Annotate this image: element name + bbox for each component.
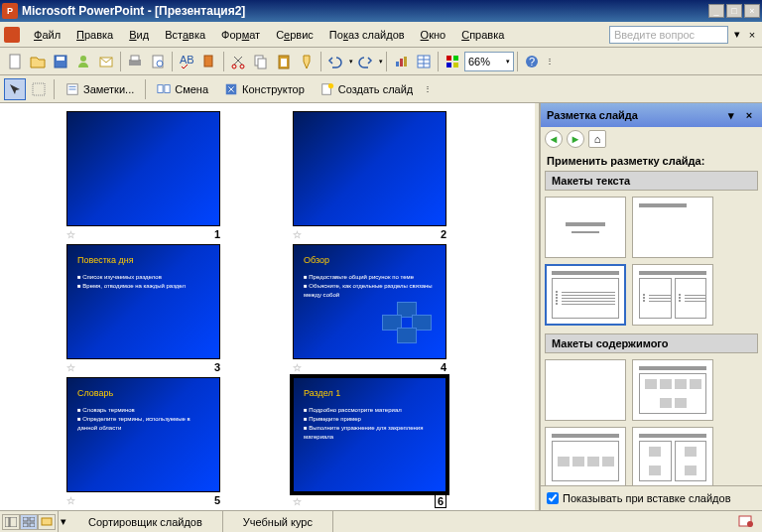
svg-rect-27 bbox=[453, 63, 458, 67]
research-button[interactable] bbox=[198, 51, 220, 72]
nav-back-button[interactable]: ◄ bbox=[545, 130, 563, 148]
svg-rect-2 bbox=[57, 57, 64, 61]
print-button[interactable] bbox=[124, 51, 146, 72]
preview-button[interactable] bbox=[147, 51, 169, 72]
table-button[interactable] bbox=[413, 51, 435, 72]
animation-icon: ☆ bbox=[66, 362, 75, 373]
svg-text:?: ? bbox=[529, 56, 535, 67]
chart-button[interactable] bbox=[390, 51, 412, 72]
arrow-button[interactable] bbox=[4, 78, 26, 100]
slide-number: 5 bbox=[214, 494, 220, 506]
format-painter-button[interactable] bbox=[296, 51, 318, 72]
layout-two-content-2[interactable] bbox=[632, 427, 713, 485]
title-bar: P Microsoft PowerPoint - [Презентация2] … bbox=[0, 0, 762, 22]
email-button[interactable] bbox=[95, 51, 117, 72]
layout-content-2[interactable] bbox=[545, 427, 626, 485]
animation-icon: ☆ bbox=[293, 229, 302, 240]
slide-thumbnail-3[interactable]: Повестка дня ■ Список изучаемых разделов… bbox=[66, 244, 220, 359]
cut-button[interactable] bbox=[227, 51, 249, 72]
layout-scroll-area[interactable]: Макеты текста bbox=[541, 171, 762, 485]
menu-tools[interactable]: Сервис bbox=[268, 26, 321, 44]
select-all-button[interactable] bbox=[28, 78, 50, 100]
app-icon: P bbox=[2, 3, 18, 19]
section-content-layouts: Макеты содержимого bbox=[545, 333, 758, 353]
question-dropdown[interactable]: ▾ bbox=[732, 28, 742, 41]
svg-point-47 bbox=[747, 521, 753, 527]
paste-button[interactable] bbox=[273, 51, 295, 72]
menu-edit[interactable]: Правка bbox=[68, 26, 121, 44]
svg-rect-25 bbox=[453, 56, 458, 61]
language-indicator[interactable] bbox=[730, 514, 762, 530]
minimize-button[interactable]: _ bbox=[708, 4, 724, 18]
taskpane-nav: ◄ ► ⌂ bbox=[541, 127, 762, 151]
taskpane-menu-button[interactable]: ▾ bbox=[724, 108, 738, 122]
normal-view-button[interactable] bbox=[2, 514, 20, 530]
open-button[interactable] bbox=[27, 51, 49, 72]
slide-thumbnail-6[interactable]: Раздел 1 ■ Подробно рассмотрите материал… bbox=[293, 377, 446, 492]
close-button[interactable]: × bbox=[744, 4, 760, 18]
slide-number: 6 bbox=[435, 494, 446, 508]
slide-thumbnail-2[interactable] bbox=[293, 111, 446, 226]
permission-button[interactable] bbox=[72, 51, 94, 72]
copy-button[interactable] bbox=[250, 51, 272, 72]
redo-button[interactable] bbox=[354, 51, 376, 72]
menu-window[interactable]: Окно bbox=[413, 26, 454, 44]
new-button[interactable] bbox=[4, 51, 26, 72]
layout-title-only[interactable] bbox=[632, 197, 713, 258]
nav-forward-button[interactable]: ► bbox=[567, 130, 584, 148]
redo-dropdown[interactable]: ▾ bbox=[379, 58, 383, 66]
layout-blank[interactable] bbox=[545, 359, 626, 421]
undo-button[interactable] bbox=[324, 51, 346, 72]
spelling-button[interactable]: ABC bbox=[176, 51, 197, 72]
svg-rect-14 bbox=[258, 59, 266, 68]
doc-icon bbox=[4, 27, 20, 43]
menu-view[interactable]: Вид bbox=[121, 26, 157, 44]
layout-content[interactable] bbox=[632, 359, 713, 421]
svg-rect-0 bbox=[10, 55, 20, 68]
designer-button[interactable]: Конструктор bbox=[217, 78, 312, 100]
undo-dropdown[interactable]: ▾ bbox=[349, 58, 353, 66]
apply-layout-label: Применить разметку слайда: bbox=[541, 151, 762, 171]
menu-slideshow[interactable]: Показ слайдов bbox=[321, 26, 413, 44]
menu-file[interactable]: Файл bbox=[26, 26, 68, 44]
standard-toolbar: ABC ▾ ▾ 66%▾ ? ⋮ bbox=[0, 48, 762, 75]
menu-insert[interactable]: Вставка bbox=[157, 26, 213, 44]
layout-two-content[interactable] bbox=[632, 264, 713, 326]
layout-title-content[interactable] bbox=[545, 264, 626, 326]
svg-rect-16 bbox=[281, 59, 287, 66]
svg-rect-17 bbox=[396, 62, 399, 66]
maximize-button[interactable]: □ bbox=[726, 4, 742, 18]
layout-title-slide[interactable] bbox=[545, 197, 626, 258]
svg-rect-19 bbox=[404, 57, 407, 66]
help-question-input[interactable]: Введите вопрос bbox=[609, 26, 728, 44]
slideshow-view-button[interactable] bbox=[38, 514, 56, 530]
transition-button[interactable]: Смена bbox=[150, 78, 215, 100]
menu-bar: Файл Правка Вид Вставка Формат Сервис По… bbox=[0, 22, 762, 48]
toolbar2-options[interactable]: ⋮ bbox=[422, 78, 434, 100]
notes-button[interactable]: Заметки... bbox=[59, 78, 141, 100]
view-menu-arrow[interactable]: ▾ bbox=[59, 515, 68, 528]
svg-point-11 bbox=[232, 65, 236, 68]
svg-point-3 bbox=[80, 56, 86, 62]
svg-rect-44 bbox=[30, 523, 35, 527]
toolbar-options[interactable]: ⋮ bbox=[544, 51, 556, 72]
slide-thumbnail-5[interactable]: Словарь ■ Словарь терминов ■ Определите … bbox=[66, 377, 220, 492]
menu-format[interactable]: Формат bbox=[213, 26, 268, 44]
nav-home-button[interactable]: ⌂ bbox=[588, 130, 606, 148]
slide-thumbnail-1[interactable] bbox=[66, 111, 220, 226]
slide-sorter-view[interactable]: ☆1 ☆2 Повестка дня ■ Список изучаемых ра… bbox=[0, 103, 534, 510]
help-button[interactable]: ? bbox=[521, 51, 543, 72]
taskpane-footer: Показывать при вставке слайдов bbox=[541, 485, 762, 510]
doc-close-button[interactable]: × bbox=[746, 29, 758, 41]
slide-number: 3 bbox=[214, 361, 220, 373]
save-button[interactable] bbox=[50, 51, 71, 72]
sorter-view-button[interactable] bbox=[20, 514, 38, 530]
taskpane-close-button[interactable]: × bbox=[742, 108, 756, 122]
new-slide-button[interactable]: Создать слайд bbox=[314, 78, 420, 100]
menu-help[interactable]: Справка bbox=[453, 26, 512, 44]
show-on-insert-checkbox[interactable] bbox=[547, 492, 559, 504]
slide-thumbnail-4[interactable]: Обзор ■ Предоставьте общий рисунок по те… bbox=[293, 244, 446, 359]
task-pane: Разметка слайда ▾ × ◄ ► ⌂ Применить разм… bbox=[540, 103, 762, 510]
color-button[interactable] bbox=[442, 51, 463, 72]
zoom-combo[interactable]: 66%▾ bbox=[464, 52, 514, 71]
